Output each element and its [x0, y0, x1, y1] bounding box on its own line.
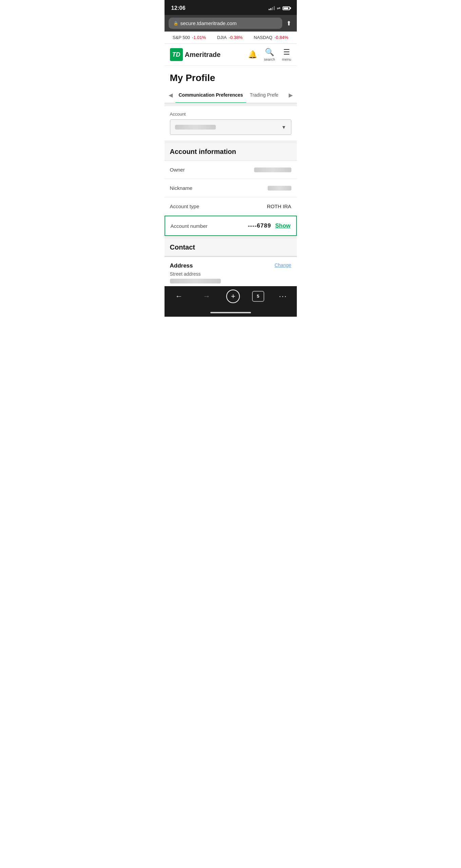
address-header: Address Change	[170, 262, 291, 269]
ticker-sp500-name: S&P 500	[173, 35, 190, 40]
ticker-nasdaq-name: NASDAQ	[254, 35, 272, 40]
ticker-djia-name: DJIA	[217, 35, 227, 40]
account-blurred-value	[175, 125, 216, 130]
address-title: Address	[170, 262, 193, 269]
account-info-title: Account information	[170, 148, 236, 155]
ticker-djia[interactable]: DJIA -0.38%	[217, 35, 243, 40]
status-bar: 12:06 ⇌	[165, 0, 297, 15]
page-title: My Profile	[170, 73, 291, 83]
nav-tabs-list: Communication Preferences Trading Prefe	[175, 87, 286, 103]
nickname-value-blurred	[268, 186, 291, 191]
account-label: Account	[170, 112, 291, 117]
wifi-icon: ⇌	[277, 6, 281, 11]
street-address-label: Street address	[170, 271, 291, 277]
lock-icon: 🔒	[173, 21, 178, 26]
menu-button[interactable]: ☰ menu	[282, 48, 291, 61]
section-divider-2	[165, 140, 297, 143]
home-bar	[210, 312, 251, 313]
app-header: TD Ameritrade 🔔 🔍 search ☰ menu	[165, 44, 297, 66]
add-tab-button[interactable]: +	[226, 290, 240, 303]
account-type-label: Account type	[170, 203, 199, 209]
battery-icon	[283, 6, 290, 10]
ticker-djia-value: -0.38%	[229, 35, 243, 40]
section-divider-1	[165, 103, 297, 106]
url-text: secure.tdameritrade.com	[180, 20, 237, 26]
share-button[interactable]: ⬆	[285, 18, 293, 28]
market-ticker: S&P 500 -1.01% DJIA -0.38% NASDAQ -0.84%	[165, 32, 297, 44]
logo-area[interactable]: TD Ameritrade	[170, 48, 221, 61]
nickname-row: Nickname	[165, 179, 297, 197]
td-logo: TD	[170, 48, 183, 61]
account-type-row: Account type ROTH IRA	[165, 197, 297, 216]
bell-button[interactable]: 🔔	[248, 50, 257, 59]
contact-section-title: Contact	[170, 243, 195, 251]
search-icon: 🔍	[265, 48, 274, 57]
bell-icon: 🔔	[248, 50, 257, 59]
tabs-count-button[interactable]: 5	[252, 291, 264, 302]
browser-bar: 🔒 secure.tdameritrade.com ⬆	[165, 15, 297, 32]
account-number-value: ----6789 Show	[248, 222, 291, 229]
menu-label: menu	[282, 57, 291, 61]
owner-value-blurred	[254, 167, 291, 172]
tab-trading-preferences[interactable]: Trading Prefe	[246, 87, 282, 103]
ticker-sp500[interactable]: S&P 500 -1.01%	[173, 35, 206, 40]
section-divider-3	[165, 236, 297, 239]
search-button[interactable]: 🔍 search	[264, 48, 275, 61]
account-info-header: Account information	[165, 143, 297, 161]
tab-communication-preferences[interactable]: Communication Preferences	[175, 87, 247, 103]
dropdown-arrow-icon: ▼	[282, 124, 286, 130]
ticker-sp500-value: -1.01%	[192, 35, 206, 40]
url-bar[interactable]: 🔒 secure.tdameritrade.com	[169, 18, 282, 29]
more-button[interactable]: ···	[276, 290, 290, 303]
search-label: search	[264, 57, 275, 61]
account-number-row: Account number ----6789 Show	[165, 216, 297, 236]
home-indicator	[165, 310, 297, 317]
brand-name: Ameritrade	[185, 51, 221, 59]
contact-section-header: Contact	[165, 239, 297, 256]
street-address-value-blurred	[170, 279, 221, 283]
bottom-nav: ← → + 5 ···	[165, 286, 297, 310]
owner-row: Owner	[165, 161, 297, 179]
address-section: Address Change Street address	[165, 257, 297, 286]
masked-number: ----6789	[248, 222, 271, 229]
nickname-label: Nickname	[170, 185, 193, 191]
back-button[interactable]: ←	[171, 290, 187, 303]
header-icons: 🔔 🔍 search ☰ menu	[248, 48, 291, 61]
nav-next-arrow[interactable]: ▶	[286, 88, 295, 102]
forward-button[interactable]: →	[199, 290, 214, 303]
status-time: 12:06	[171, 5, 186, 11]
menu-icon: ☰	[283, 48, 290, 57]
page-title-section: My Profile	[165, 66, 297, 87]
show-account-link[interactable]: Show	[275, 222, 290, 229]
ticker-nasdaq[interactable]: NASDAQ -0.84%	[254, 35, 288, 40]
account-type-value: ROTH IRA	[267, 203, 291, 209]
change-link[interactable]: Change	[274, 262, 291, 268]
ticker-nasdaq-value: -0.84%	[274, 35, 288, 40]
status-icons: ⇌	[269, 6, 290, 11]
account-dropdown[interactable]: ▼	[170, 119, 291, 135]
nav-prev-arrow[interactable]: ◀	[166, 88, 175, 102]
nav-tabs: ◀ Communication Preferences Trading Pref…	[165, 87, 297, 103]
owner-label: Owner	[170, 167, 185, 173]
account-number-label: Account number	[171, 223, 208, 229]
signal-icon	[269, 6, 275, 10]
account-section: Account ▼	[165, 106, 297, 140]
